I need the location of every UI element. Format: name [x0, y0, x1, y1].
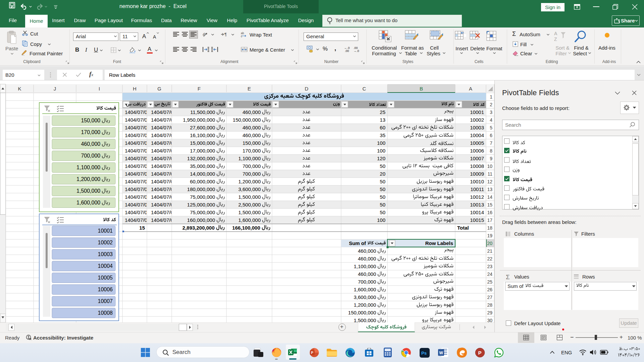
svg-text:15: 15 — [139, 225, 145, 231]
svg-text:14: 14 — [487, 194, 492, 200]
svg-text:20: 20 — [487, 241, 492, 246]
svg-text:75,000,000: 75,000,000 — [190, 194, 215, 200]
svg-text:A: A — [469, 86, 472, 92]
svg-text:21: 21 — [487, 248, 492, 254]
svg-text:15,000,000: 15,000,000 — [190, 140, 215, 146]
svg-text:25: 25 — [380, 109, 385, 115]
svg-text:16: 16 — [487, 210, 492, 215]
svg-text:F: F — [198, 86, 201, 92]
svg-text:Z: Z — [554, 37, 557, 42]
svg-text:10009: 10009 — [470, 171, 484, 177]
svg-text:2,500,000: 2,500,000 — [238, 202, 261, 207]
svg-text:1,100,000: 1,100,000 — [354, 263, 376, 269]
svg-text:1,600,000: 1,600,000 — [238, 217, 261, 223]
svg-text:75,000,000: 75,000,000 — [190, 209, 215, 215]
svg-text:3: 3 — [490, 110, 492, 115]
svg-text:6: 6 — [490, 133, 492, 138]
svg-text:50: 50 — [380, 194, 385, 200]
svg-text:H: H — [133, 86, 137, 92]
svg-text:100: 100 — [377, 148, 385, 154]
svg-text:10006: 10006 — [98, 287, 113, 292]
svg-text:1,950,000,000: 1,950,000,000 — [183, 117, 215, 123]
svg-text:60,000,000: 60,000,000 — [190, 179, 215, 184]
svg-text:1,500,000: 1,500,000 — [354, 317, 376, 322]
svg-text:50: 50 — [380, 163, 385, 169]
svg-text:A: A — [554, 31, 557, 36]
svg-text:10011: 10011 — [470, 186, 484, 192]
svg-text:120: 120 — [377, 156, 385, 161]
svg-text:10004: 10004 — [98, 263, 113, 269]
svg-text:12: 12 — [487, 179, 492, 184]
svg-text:1,500,000: 1,500,000 — [238, 194, 261, 200]
svg-text:10008: 10008 — [98, 310, 113, 316]
svg-text:160,000,000: 160,000,000 — [187, 217, 215, 223]
svg-text:150,000,000: 150,000,000 — [233, 117, 261, 123]
svg-text:→.0: →.0 — [354, 49, 359, 52]
svg-text:1,100,000: 1,100,000 — [238, 156, 261, 161]
svg-text:11: 11 — [487, 171, 492, 177]
svg-text:700,000: 700,000 — [358, 279, 376, 285]
svg-text:2,893,200,000: 2,893,200,000 — [182, 225, 215, 231]
svg-text:27: 27 — [487, 295, 492, 300]
svg-text:17,000,000: 17,000,000 — [190, 148, 215, 154]
svg-text:10008: 10008 — [470, 163, 484, 169]
svg-text:35: 35 — [380, 132, 385, 138]
svg-text:22: 22 — [487, 256, 492, 261]
svg-text:10001: 10001 — [470, 109, 484, 115]
svg-text:1,200,000: 1,200,000 — [354, 302, 376, 308]
svg-text:1,500,000: 1,500,000 — [76, 188, 100, 194]
svg-text:10007: 10007 — [470, 156, 484, 161]
svg-text:Sum of: Sum of — [349, 240, 366, 246]
svg-text:Ps: Ps — [421, 351, 427, 356]
svg-text:1,100,000: 1,100,000 — [76, 165, 100, 170]
svg-text:23: 23 — [487, 264, 492, 269]
svg-text:3,600,000: 3,600,000 — [354, 294, 376, 300]
svg-text:I: I — [99, 86, 100, 92]
svg-text:460,000: 460,000 — [358, 248, 376, 254]
svg-text:W: W — [439, 351, 443, 355]
svg-text:5: 5 — [490, 125, 492, 130]
svg-text:Total: Total — [457, 225, 469, 231]
svg-text:29: 29 — [487, 310, 492, 315]
svg-text:K: K — [18, 86, 21, 92]
svg-text:24: 24 — [487, 272, 492, 277]
svg-text:700,000: 700,000 — [81, 153, 100, 159]
svg-text:150,000: 150,000 — [81, 118, 100, 123]
svg-text:35,000,000: 35,000,000 — [190, 163, 215, 169]
svg-text:8: 8 — [490, 148, 492, 154]
svg-text:1,600,000: 1,600,000 — [76, 200, 100, 205]
svg-text:700,000: 700,000 — [243, 171, 261, 177]
svg-text:460,000: 460,000 — [358, 256, 376, 261]
svg-text:10007: 10007 — [98, 298, 113, 304]
svg-text:150,000: 150,000 — [243, 140, 261, 146]
svg-text:10002: 10002 — [470, 117, 484, 123]
svg-text:13: 13 — [487, 187, 492, 192]
svg-text:10: 10 — [487, 164, 492, 169]
svg-text:10010: 10010 — [470, 179, 484, 184]
svg-text:30: 30 — [487, 318, 492, 322]
svg-text:C: C — [363, 86, 366, 92]
svg-text:19: 19 — [487, 233, 492, 238]
svg-text:50: 50 — [380, 209, 385, 215]
svg-text:16,100,000: 16,100,000 — [190, 132, 215, 138]
svg-text:10002: 10002 — [98, 240, 113, 245]
svg-text:132,000,000: 132,000,000 — [187, 156, 215, 161]
svg-text:100: 100 — [377, 217, 385, 223]
svg-text:26: 26 — [487, 287, 492, 292]
svg-text:10003: 10003 — [470, 125, 484, 130]
svg-text:125,000,000: 125,000,000 — [187, 202, 215, 207]
svg-text:10001: 10001 — [98, 228, 113, 234]
svg-text:180,000,000: 180,000,000 — [187, 186, 215, 192]
svg-text:700,000: 700,000 — [243, 163, 261, 169]
svg-text:170,000: 170,000 — [81, 129, 100, 135]
svg-text:460,000: 460,000 — [358, 271, 376, 277]
svg-text:27,600,000: 27,600,000 — [190, 125, 215, 130]
svg-text:10014: 10014 — [470, 209, 484, 215]
svg-text:28: 28 — [487, 302, 492, 308]
svg-text:18: 18 — [487, 225, 492, 231]
svg-text:20: 20 — [380, 171, 385, 177]
svg-text:E: E — [248, 86, 251, 92]
svg-text:3,600,000: 3,600,000 — [238, 186, 261, 192]
svg-text:13: 13 — [380, 117, 385, 123]
svg-text:4: 4 — [490, 117, 492, 123]
